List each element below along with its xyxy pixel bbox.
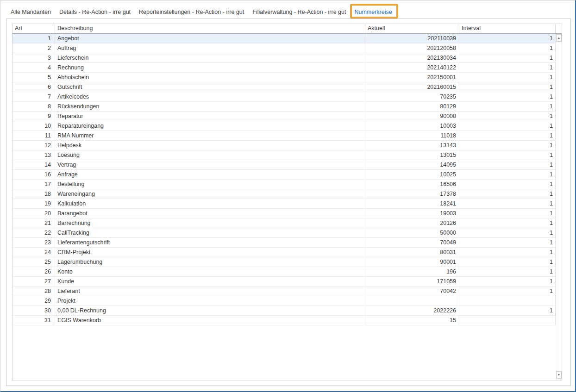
cell-art[interactable]: 24	[13, 248, 55, 257]
cell-aktuell[interactable]	[365, 296, 459, 306]
cell-interval[interactable]: 1	[459, 267, 556, 277]
cell-beschreibung[interactable]: Lieferschein	[55, 53, 365, 63]
cell-art[interactable]: 12	[13, 141, 55, 150]
cell-interval[interactable]: 1	[459, 53, 556, 63]
cell-beschreibung[interactable]: Abholschein	[55, 73, 365, 82]
cell-art[interactable]: 10	[13, 121, 55, 131]
cell-beschreibung[interactable]: Helpdesk	[55, 141, 365, 150]
cell-art[interactable]: 14	[13, 160, 55, 170]
table-row[interactable]: 5Abholschein2021500011	[13, 73, 556, 82]
cell-beschreibung[interactable]: CRM-Projekt	[55, 248, 365, 257]
cell-beschreibung[interactable]: Artikelcodes	[55, 92, 365, 102]
table-row[interactable]: 16Anfrage100251	[13, 170, 556, 180]
cell-aktuell[interactable]: 202160015	[365, 82, 459, 92]
cell-interval[interactable]: 1	[459, 73, 556, 82]
cell-interval[interactable]	[459, 316, 556, 325]
cell-aktuell[interactable]: 70042	[365, 286, 459, 296]
cell-interval[interactable]: 1	[459, 306, 556, 316]
cell-beschreibung[interactable]: Lieferant	[55, 286, 365, 296]
cell-art[interactable]: 19	[13, 199, 55, 209]
tab-reporteinstellungen-re-action-irre-gut[interactable]: Reporteinstellungen - Re-Action - irre g…	[139, 8, 244, 16]
cell-interval[interactable]: 1	[459, 102, 556, 112]
cell-art[interactable]: 20	[13, 209, 55, 218]
cell-aktuell[interactable]: 80031	[365, 248, 459, 257]
cell-interval[interactable]: 1	[459, 160, 556, 170]
cell-art[interactable]: 13	[13, 150, 55, 160]
cell-aktuell[interactable]: 70049	[365, 238, 459, 248]
cell-aktuell[interactable]: 11018	[365, 131, 459, 141]
cell-art[interactable]: 30	[13, 306, 55, 316]
cell-aktuell[interactable]: 19003	[365, 209, 459, 218]
table-row[interactable]: 17Bestellung165061	[13, 180, 556, 189]
table-row[interactable]: 23Lieferantengutschrift700491	[13, 238, 556, 248]
column-header-aktuell[interactable]: Aktuell	[365, 24, 459, 33]
cell-art[interactable]: 8	[13, 102, 55, 112]
table-row[interactable]: 27Kunde1710591	[13, 277, 556, 286]
cell-beschreibung[interactable]: Auftrag	[55, 44, 365, 53]
cell-aktuell[interactable]: 50000	[365, 228, 459, 238]
cell-interval[interactable]: 1	[459, 277, 556, 286]
cell-art[interactable]: 4	[13, 63, 55, 73]
cell-aktuell[interactable]: 202140122	[365, 63, 459, 73]
cell-beschreibung[interactable]: Anfrage	[55, 170, 365, 180]
cell-beschreibung[interactable]: Reparatur	[55, 112, 365, 121]
cell-beschreibung[interactable]: EGIS Warenkorb	[55, 316, 365, 325]
cell-beschreibung[interactable]: Rücksendungen	[55, 102, 365, 112]
cell-interval[interactable]: 1	[459, 112, 556, 121]
cell-art[interactable]: 26	[13, 267, 55, 277]
table-row[interactable]: 7Artikelcodes702351	[13, 92, 556, 102]
cell-interval[interactable]: 1	[459, 218, 556, 228]
cell-interval[interactable]: 1	[459, 34, 556, 44]
cell-beschreibung[interactable]: Kunde	[55, 277, 365, 286]
tab-alle-mandanten[interactable]: Alle Mandanten	[11, 8, 51, 16]
cell-beschreibung[interactable]: Projekt	[55, 296, 365, 306]
table-row[interactable]: 9Reparatur900001	[13, 112, 556, 121]
cell-beschreibung[interactable]: Wareneingang	[55, 189, 365, 199]
cell-aktuell[interactable]: 202130034	[365, 53, 459, 63]
cell-aktuell[interactable]: 15	[365, 316, 459, 325]
cell-beschreibung[interactable]: Reparatureingang	[55, 121, 365, 131]
cell-aktuell[interactable]: 14095	[365, 160, 459, 170]
table-row[interactable]: 18Wareneingang173781	[13, 189, 556, 199]
table-row[interactable]: 12Helpdesk131431	[13, 141, 556, 150]
table-row[interactable]: 4Rechnung2021401221	[13, 63, 556, 73]
cell-art[interactable]: 22	[13, 228, 55, 238]
cell-art[interactable]: 29	[13, 296, 55, 306]
cell-beschreibung[interactable]: Lagerumbuchung	[55, 257, 365, 267]
cell-aktuell[interactable]: 20126	[365, 218, 459, 228]
cell-art[interactable]: 1	[13, 34, 55, 44]
cell-aktuell[interactable]: 17378	[365, 189, 459, 199]
cell-interval[interactable]: 1	[459, 170, 556, 180]
cell-interval[interactable]: 1	[459, 180, 556, 189]
cell-aktuell[interactable]: 90001	[365, 257, 459, 267]
cell-art[interactable]: 31	[13, 316, 55, 325]
scroll-down-button[interactable]: ▼	[556, 371, 562, 379]
table-row[interactable]: 19Kalkulation182411	[13, 199, 556, 209]
cell-beschreibung[interactable]: Gutschrift	[55, 82, 365, 92]
cell-aktuell[interactable]: 171059	[365, 277, 459, 286]
cell-beschreibung[interactable]: Loesung	[55, 150, 365, 160]
cell-aktuell[interactable]: 16506	[365, 180, 459, 189]
table-row[interactable]: 3Lieferschein2021300341	[13, 53, 556, 63]
cell-beschreibung[interactable]: Barangebot	[55, 209, 365, 218]
cell-beschreibung[interactable]: Barrechnung	[55, 218, 365, 228]
cell-art[interactable]: 6	[13, 82, 55, 92]
cell-aktuell[interactable]: 2022226	[365, 306, 459, 316]
cell-beschreibung[interactable]: Rechnung	[55, 63, 365, 73]
scroll-up-button[interactable]: ▲	[556, 34, 562, 42]
cell-aktuell[interactable]: 13015	[365, 150, 459, 160]
cell-beschreibung[interactable]: CallTracking	[55, 228, 365, 238]
table-row[interactable]: 11RMA Nummer110181	[13, 131, 556, 141]
table-row[interactable]: 8Rücksendungen801291	[13, 102, 556, 112]
cell-art[interactable]: 23	[13, 238, 55, 248]
table-row[interactable]: 2Auftrag2021200581	[13, 44, 556, 53]
table-row[interactable]: 26Konto1961	[13, 267, 556, 277]
column-header-art[interactable]: Art	[13, 24, 55, 33]
cell-aktuell[interactable]: 80129	[365, 102, 459, 112]
cell-art[interactable]: 28	[13, 286, 55, 296]
cell-art[interactable]: 11	[13, 131, 55, 141]
column-header-interval[interactable]: Interval	[459, 24, 556, 33]
cell-interval[interactable]: 1	[459, 286, 556, 296]
tab-details-re-action-irre-gut[interactable]: Details - Re-Action - irre gut	[59, 8, 131, 16]
cell-interval[interactable]: 1	[459, 121, 556, 131]
